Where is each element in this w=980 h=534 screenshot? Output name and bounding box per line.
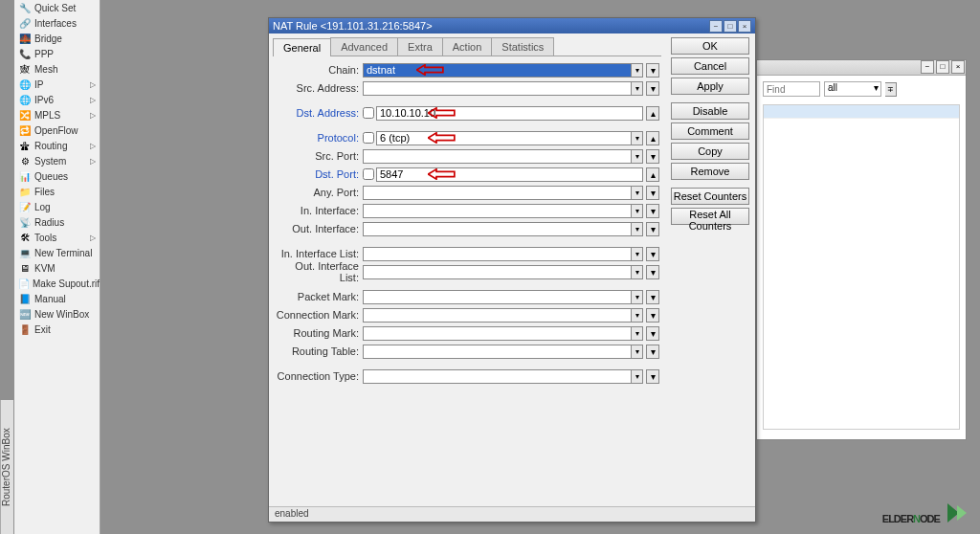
toggle-src_port[interactable]: ▾ [646,149,659,164]
dropdown-out_if_list[interactable]: ▾ [632,265,643,279]
dropdown-conn_type[interactable]: ▾ [632,369,643,384]
toggle-routing_table[interactable]: ▾ [646,345,659,359]
disable-button[interactable]: Disable [671,102,749,120]
tab-general[interactable]: General [273,38,331,56]
input-out_if_list[interactable] [363,265,632,279]
toggle-conn_mark[interactable]: ▾ [646,308,659,323]
sidebar-item-new-winbox[interactable]: 🆕New WinBox [14,306,100,322]
dropdown-routing_mark[interactable]: ▾ [632,326,643,341]
bg-close-button[interactable]: × [951,60,965,74]
dropdown-packet_mark[interactable]: ▾ [632,290,643,304]
sidebar-item-mpls[interactable]: 🔀MPLS▷ [14,107,100,122]
copy-button[interactable]: Copy [671,143,749,160]
sidebar-item-manual[interactable]: 📘Manual [14,291,100,306]
sidebar-item-make-supout-rif[interactable]: 📄Make Supout.rif [14,276,100,291]
input-routing_table[interactable] [363,345,632,359]
dropdown-in_if_list[interactable]: ▾ [632,247,643,261]
input-src_address[interactable] [363,81,632,96]
toggle-out_if_list[interactable]: ▾ [646,265,659,279]
dropdown-conn_mark[interactable]: ▾ [632,308,643,323]
sidebar-item-new-terminal[interactable]: 💻New Terminal [14,245,100,260]
list-item[interactable] [764,105,959,119]
toggle-chain[interactable]: ▾ [646,63,659,78]
toggle-dst_port[interactable]: ▴ [646,167,659,182]
toggle-packet_mark[interactable]: ▾ [646,290,659,304]
toggle-routing_mark[interactable]: ▾ [646,326,659,341]
sidebar-item-openflow[interactable]: 🔁OpenFlow [14,122,100,138]
reset-all-counters-button[interactable]: Reset All Counters [671,208,749,225]
tab-extra[interactable]: Extra [397,37,443,56]
dropdown-src_port[interactable]: ▾ [632,149,643,164]
input-packet_mark[interactable] [363,290,632,304]
input-routing_mark[interactable] [363,326,632,341]
input-in_if_list[interactable] [363,247,632,261]
toggle-any_port[interactable]: ▾ [646,186,659,200]
sidebar-item-bridge[interactable]: 🌉Bridge [14,31,100,46]
input-dst_address[interactable] [376,106,643,121]
dlg-maximize-button[interactable]: □ [724,20,737,33]
sidebar-item-ip[interactable]: 🌐IP▷ [14,77,100,92]
sidebar-item-radius[interactable]: 📡Radius [14,214,100,230]
dropdown-in_interface[interactable]: ▾ [632,204,643,218]
bg-maximize-button[interactable]: □ [936,60,949,74]
invert-checkbox-dst_port[interactable] [363,168,374,180]
input-src_port[interactable] [363,149,632,164]
invert-checkbox-protocol[interactable] [363,132,374,144]
dropdown-any_port[interactable]: ▾ [632,186,643,200]
toggle-src_address[interactable]: ▾ [646,81,659,96]
sidebar-item-queues[interactable]: 📊Queues [14,168,100,184]
toggle-dst_address[interactable]: ▴ [646,106,659,121]
toggle-conn_type[interactable]: ▾ [646,369,659,384]
bg-minimize-button[interactable]: − [921,60,934,74]
comment-button[interactable]: Comment [671,122,749,140]
caret-icon: ▷ [90,80,96,89]
tab-action[interactable]: Action [442,37,493,56]
dlg-minimize-button[interactable]: − [709,20,723,33]
sidebar-item-ppp[interactable]: 📞PPP [14,46,100,61]
sidebar-item-system[interactable]: ⚙System▷ [14,153,100,168]
input-conn_type[interactable] [363,369,632,384]
sidebar-item-interfaces[interactable]: 🔗Interfaces [14,15,100,31]
input-out_interface[interactable] [363,222,632,236]
find-input[interactable] [763,81,820,97]
sidebar-item-kvm[interactable]: 🖥KVM [14,260,100,276]
input-in_interface[interactable] [363,204,632,218]
input-conn_mark[interactable] [363,308,632,323]
invert-checkbox-dst_address[interactable] [363,107,374,119]
toggle-in_if_list[interactable]: ▾ [646,247,659,261]
sidebar-item-log[interactable]: 📝Log [14,199,100,214]
reset-counters-button[interactable]: Reset Counters [671,188,749,205]
cancel-button[interactable]: Cancel [671,57,749,75]
dropdown-chain[interactable]: ▾ [632,63,643,78]
ok-button[interactable]: OK [671,37,749,55]
sidebar-item-label: Quick Set [34,3,96,13]
label-conn_mark: Connection Mark: [275,309,363,321]
remove-button[interactable]: Remove [671,163,749,180]
dlg-close-button[interactable]: × [738,20,751,33]
dropdown-src_address[interactable]: ▾ [632,81,643,96]
bg-list[interactable] [763,104,960,430]
sidebar-item-mesh[interactable]: 🕸Mesh [14,61,100,77]
tab-advanced[interactable]: Advanced [330,37,398,56]
sidebar-item-routing[interactable]: 🛣Routing▷ [14,138,100,153]
tab-statistics[interactable]: Statistics [491,37,554,56]
sidebar-icon: 🆕 [18,307,32,321]
input-dst_port[interactable] [376,167,643,182]
sidebar-item-exit[interactable]: 🚪Exit [14,322,100,337]
sidebar-item-tools[interactable]: 🛠Tools▷ [14,230,100,245]
filter-combo[interactable]: all [824,81,881,97]
toggle-out_interface[interactable]: ▾ [646,222,659,236]
filter-dd-button[interactable]: ∓ [885,82,897,97]
input-protocol[interactable] [376,131,632,145]
toggle-in_interface[interactable]: ▾ [646,204,659,218]
dropdown-routing_table[interactable]: ▾ [632,345,643,359]
input-any_port[interactable] [363,186,632,200]
sidebar-item-ipv6[interactable]: 🌐IPv6▷ [14,92,100,107]
toggle-protocol[interactable]: ▴ [646,131,659,145]
sidebar-item-quick-set[interactable]: 🔧Quick Set [14,0,100,15]
dropdown-protocol[interactable]: ▾ [632,131,643,145]
sidebar-item-files[interactable]: 📁Files [14,184,100,199]
apply-button[interactable]: Apply [671,78,749,95]
dropdown-out_interface[interactable]: ▾ [632,222,643,236]
input-chain[interactable] [363,63,632,78]
